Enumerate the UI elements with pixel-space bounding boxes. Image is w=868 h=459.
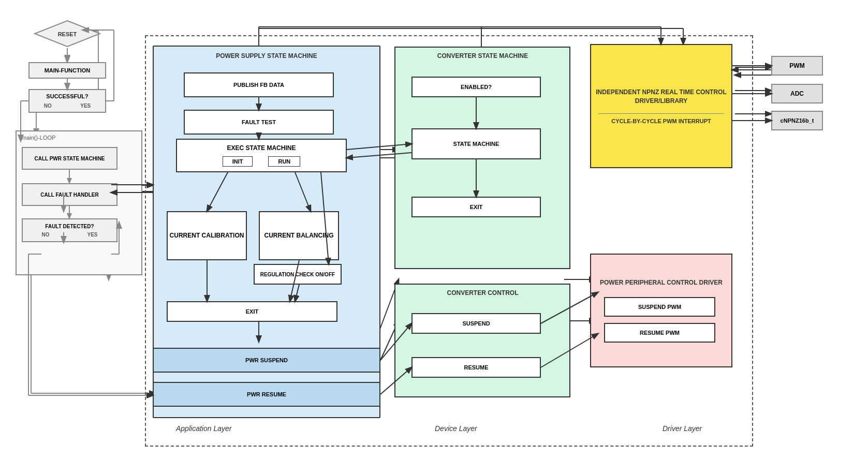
main-loop-label: main()-LOOP: [22, 135, 55, 141]
cnpnz-box: cNPNZ16b_t: [771, 111, 823, 130]
pwr-suspend-box: PWR SUSPEND: [153, 348, 380, 373]
converter-control-title: CONVERTER CONTROL: [401, 289, 564, 298]
pwm-box: PWM: [771, 56, 823, 76]
device-layer-label: Device Layer: [435, 424, 477, 433]
current-calibration-box: CURRENT CALIBRATION: [167, 211, 247, 260]
app-exit-box: EXIT: [167, 301, 337, 322]
device-state-machine-box: STATE MACHINE: [411, 128, 541, 159]
enabled-box: ENABLED?: [411, 77, 541, 97]
app-layer-label: Application Layer: [176, 424, 231, 433]
resume-pwm-box: RESUME PWM: [604, 323, 715, 343]
publish-fb-data-box: PUBLISH FB DATA: [184, 72, 334, 97]
main-function-box: MAIN-FUNCTION: [28, 62, 106, 79]
converter-control-bg: [394, 284, 570, 397]
suspend-pwm-box: SUSPEND PWM: [604, 297, 715, 317]
power-peripheral-box: POWER PERIPHERAL CONTROL DRIVER SUSPEND …: [590, 254, 732, 367]
fault-detected-box: FAULT DETECTED? NO YES: [22, 218, 117, 242]
npnz-title: INDEPENDENT NPNZ REAL TIME CONTROL DRIVE…: [591, 88, 731, 106]
exec-state-machine-box: EXEC STATE MACHINE INIT RUN: [176, 139, 347, 172]
diagram-container: RESET MAIN-FUNCTION SUCCESSFUL? NO YES m…: [0, 0, 868, 459]
power-peripheral-title: POWER PERIPHERAL CONTROL DRIVER: [599, 278, 724, 287]
device-suspend-box: SUSPEND: [411, 313, 541, 334]
driver-layer-label: Driver Layer: [663, 424, 702, 433]
converter-sm-title: CONVERTER STATE MACHINE: [401, 52, 564, 61]
run-box: RUN: [268, 156, 300, 167]
regulation-check-box: REGULATION CHECK ON/OFF: [254, 264, 342, 285]
reset-diamond: RESET: [34, 20, 101, 48]
main-loop-box: main()-LOOP CALL PWR STATE MACHINE CALL …: [16, 130, 142, 275]
npnz-box: INDEPENDENT NPNZ REAL TIME CONTROL DRIVE…: [590, 44, 732, 168]
device-resume-box: RESUME: [411, 357, 541, 378]
adc-box: ADC: [771, 84, 823, 103]
call-fault-handler-box: CALL FAULT HANDLER: [22, 183, 117, 206]
successful-box: SUCCESSFUL? NO YES: [28, 89, 106, 113]
call-pwr-state-machine-box: CALL PWR STATE MACHINE: [22, 147, 117, 170]
fault-test-box: FAULT TEST: [184, 110, 334, 135]
cycle-label: CYCLE-BY-CYCLE PWM INTERRUPT: [598, 113, 725, 124]
svg-text:RESET: RESET: [58, 31, 77, 37]
pwr-resume-box: PWR RESUME: [153, 382, 380, 407]
power-supply-sm-title: POWER SUPPLY STATE MACHINE: [166, 52, 367, 61]
current-balancing-box: CURRENT BALANCING: [259, 211, 339, 260]
device-exit-box: EXIT: [411, 197, 541, 217]
init-box: INIT: [223, 156, 253, 167]
